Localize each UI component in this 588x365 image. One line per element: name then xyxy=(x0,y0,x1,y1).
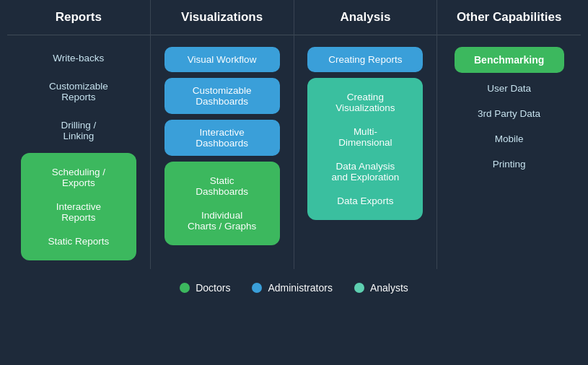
reports-green-section: Scheduling /Exports InteractiveReports S… xyxy=(21,153,136,260)
mobile-item: Mobile xyxy=(444,126,574,151)
customizable-dashboards-item: CustomizableDashboards xyxy=(164,78,280,114)
analysts-dot xyxy=(354,283,364,293)
visual-workflow-item: Visual Workflow xyxy=(164,47,280,72)
doctors-dot xyxy=(180,283,190,293)
third-party-data-item: 3rd Party Data xyxy=(444,101,574,126)
drilling-linking-item: Drilling /Linking xyxy=(14,111,143,150)
visualizations-column: Visualizations Visual Workflow Customiza… xyxy=(151,0,294,269)
write-backs-item: Write-backs xyxy=(14,44,143,72)
legend: Doctors Administrators Analysts xyxy=(0,269,588,301)
reports-column: Reports Write-backs CustomizableReports … xyxy=(7,0,151,269)
visualizations-green-section: StaticDashboards IndividualCharts / Grap… xyxy=(164,162,280,245)
printing-item: Printing xyxy=(444,151,574,177)
analysts-label: Analysts xyxy=(370,282,408,294)
administrators-dot xyxy=(252,283,262,293)
data-exports-item: Data Exports xyxy=(313,189,417,213)
creating-visualizations-item: CreatingVisualizations xyxy=(313,85,417,120)
legend-doctors: Doctors xyxy=(180,282,230,294)
administrators-label: Administrators xyxy=(268,282,332,294)
analysis-column: Analysis Creating Reports CreatingVisual… xyxy=(294,0,438,269)
static-dashboards-item: StaticDashboards xyxy=(170,169,274,203)
interactive-dashboards-item: InteractiveDashboards xyxy=(164,120,280,156)
legend-analysts: Analysts xyxy=(354,282,408,294)
other-capabilities-column: Other Capabilities Benchmarking User Dat… xyxy=(437,0,581,269)
analysis-header: Analysis xyxy=(294,0,437,35)
individual-charts-item: IndividualCharts / Graphs xyxy=(170,203,274,238)
benchmarking-item: Benchmarking xyxy=(455,47,564,73)
reports-header: Reports xyxy=(7,0,150,35)
analysis-teal-section: CreatingVisualizations Multi-Dimensional… xyxy=(307,78,423,220)
scheduling-exports-item: Scheduling /Exports xyxy=(27,160,131,195)
visualizations-header: Visualizations xyxy=(151,0,294,35)
creating-reports-item: Creating Reports xyxy=(307,47,423,72)
customizable-reports-item: CustomizableReports xyxy=(14,72,143,111)
multi-dimensional-item: Multi-Dimensional xyxy=(313,120,417,154)
static-reports-item: Static Reports xyxy=(27,229,131,253)
doctors-label: Doctors xyxy=(196,282,230,294)
user-data-item: User Data xyxy=(444,76,574,101)
other-capabilities-header: Other Capabilities xyxy=(437,0,581,35)
interactive-reports-item: InteractiveReports xyxy=(27,195,131,229)
legend-administrators: Administrators xyxy=(252,282,332,294)
data-analysis-item: Data Analysisand Exploration xyxy=(313,154,417,189)
